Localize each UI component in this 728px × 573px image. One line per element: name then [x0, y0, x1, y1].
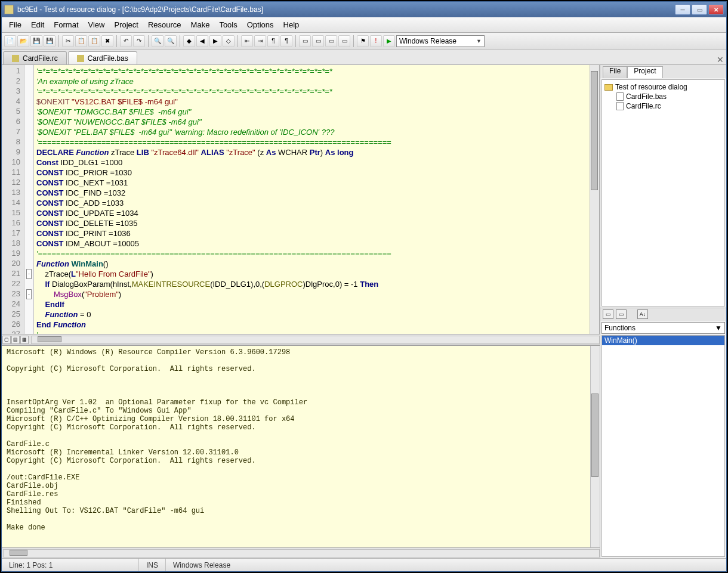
save-all-button[interactable]: 💾	[44, 35, 55, 47]
find-replace-button[interactable]: 🔍	[165, 35, 177, 47]
app-window: bc9Ed - Test of resource dialog - [C:\bc…	[1, 1, 727, 572]
win1-button[interactable]: ▭	[299, 35, 311, 47]
statusbar: Line: 1 Pos: 1 INS Windows Release	[2, 558, 726, 571]
find-button[interactable]: 🔍	[152, 35, 164, 47]
functions-combo[interactable]: Functions ▼	[601, 322, 725, 334]
menubar: FileEditFormatViewProjectResourceMakeToo…	[2, 17, 726, 33]
tree-label: CardFile.bas	[626, 92, 667, 101]
project-tree[interactable]: Test of resource dialog CardFile.bas Car…	[601, 79, 725, 306]
win3-button[interactable]: ▭	[325, 35, 337, 47]
status-config: Windows Release	[166, 559, 237, 571]
minimize-button[interactable]: ─	[675, 4, 690, 15]
delete-button[interactable]: ✖	[101, 35, 113, 47]
menu-edit[interactable]: Edit	[26, 18, 49, 31]
open-button[interactable]: 📂	[17, 35, 29, 47]
side-tab-project[interactable]: Project	[627, 66, 662, 78]
indent-button[interactable]: ⇥	[254, 35, 266, 47]
side-toolbar: ▭ ▭ A↓	[600, 308, 726, 321]
tree-label: Test of resource dialog	[615, 83, 687, 91]
close-tab-button[interactable]: ✕	[715, 55, 725, 64]
comment-button[interactable]: ¶	[267, 35, 279, 47]
editor-vscroll[interactable]	[590, 65, 599, 334]
function-item-selected[interactable]: WinMain()	[602, 336, 724, 345]
close-button[interactable]: ✕	[708, 4, 724, 15]
win2-button[interactable]: ▭	[312, 35, 324, 47]
paste-button[interactable]: 📋	[88, 35, 100, 47]
output-minibar	[2, 547, 600, 558]
copy-button[interactable]: 📋	[75, 35, 87, 47]
titlebar[interactable]: bc9Ed - Test of resource dialog - [C:\bc…	[2, 2, 726, 17]
chevron-down-icon: ▼	[715, 324, 722, 332]
folder-icon	[604, 84, 613, 91]
file-icon	[77, 55, 84, 62]
bookmark-next-button[interactable]: ▶	[209, 35, 221, 47]
file-icon	[616, 92, 624, 101]
output-hscroll[interactable]	[3, 549, 600, 557]
functions-list[interactable]: WinMain()	[601, 335, 725, 557]
new-button[interactable]: 📄	[4, 35, 16, 47]
panel-btn-2[interactable]: ▭	[616, 309, 627, 319]
file-icon	[12, 55, 19, 62]
code-editor[interactable]: '=*=*=*=*=*=*=*=*=*=*=*=*=*=*=*=*=*=*=*=…	[34, 65, 590, 334]
side-tabs: File Project	[600, 65, 726, 78]
flag-button[interactable]: ⚑	[357, 35, 369, 47]
file-tab-cardfile-rc[interactable]: CardFile.rc	[3, 51, 67, 64]
stop-button[interactable]: !	[370, 35, 382, 47]
file-tabbar: CardFile.rc CardFile.bas ✕	[2, 49, 726, 65]
undo-button[interactable]: ↶	[120, 35, 132, 47]
tree-label: CardFile.rc	[626, 102, 661, 110]
tab-label: CardFile.bas	[88, 54, 128, 63]
menu-help[interactable]: Help	[279, 18, 304, 31]
uncomment-button[interactable]: ¶	[280, 35, 292, 47]
tree-root[interactable]: Test of resource dialog	[604, 82, 722, 92]
status-pos: Line: 1 Pos: 1	[2, 559, 139, 571]
bookmark-prev-button[interactable]: ◀	[196, 35, 208, 47]
fold-toggle[interactable]: -	[26, 289, 32, 299]
menu-tools[interactable]: Tools	[214, 18, 242, 31]
file-tab-cardfile-bas[interactable]: CardFile.bas	[68, 51, 137, 64]
menu-resource[interactable]: Resource	[143, 18, 186, 31]
side-panel: File Project Test of resource dialog Car…	[600, 65, 726, 558]
chevron-down-icon: ▼	[476, 38, 482, 44]
view-btn-2[interactable]: ▤	[11, 336, 20, 344]
bookmark-button[interactable]: ◆	[183, 35, 195, 47]
tree-file-rc[interactable]: CardFile.rc	[604, 101, 722, 111]
combo-label: Functions	[604, 324, 636, 332]
view-btn-1[interactable]: ▢	[2, 336, 11, 344]
menu-format[interactable]: Format	[49, 18, 83, 31]
run-button[interactable]: ▶	[383, 35, 395, 47]
outdent-button[interactable]: ⇤	[241, 35, 253, 47]
file-icon	[616, 102, 624, 110]
panel-btn-1[interactable]: ▭	[603, 309, 613, 319]
status-ins: INS	[139, 559, 166, 571]
menu-file[interactable]: File	[4, 18, 26, 31]
win4-button[interactable]: ▭	[338, 35, 350, 47]
sort-button[interactable]: A↓	[637, 309, 648, 319]
save-button[interactable]: 💾	[30, 35, 42, 47]
line-gutter: 1234567891011121314151617181920212223242…	[2, 65, 24, 334]
window-title: bc9Ed - Test of resource dialog - [C:\bc…	[17, 5, 675, 14]
menu-view[interactable]: View	[84, 18, 110, 31]
view-btn-3[interactable]: ▦	[20, 336, 29, 344]
menu-make[interactable]: Make	[186, 18, 215, 31]
tree-file-bas[interactable]: CardFile.bas	[604, 92, 722, 101]
app-icon	[4, 5, 14, 14]
menu-options[interactable]: Options	[242, 18, 279, 31]
cut-button[interactable]: ✂	[62, 35, 74, 47]
output-pane[interactable]: Microsoft (R) Windows (R) Resource Compi…	[2, 346, 590, 547]
fold-toggle[interactable]: -	[26, 269, 32, 279]
fold-column[interactable]: --	[24, 65, 34, 334]
tab-label: CardFile.rc	[23, 54, 58, 63]
side-tab-file[interactable]: File	[603, 66, 627, 78]
menu-project[interactable]: Project	[109, 18, 143, 31]
redo-button[interactable]: ↷	[133, 35, 145, 47]
output-vscroll[interactable]	[590, 346, 600, 547]
toolbar: 📄📂💾💾✂📋📋✖↶↷🔍🔍◆◀▶◇⇤⇥¶¶▭▭▭▭⚑!▶Windows Relea…	[2, 33, 726, 49]
editor-hscroll[interactable]	[31, 336, 600, 344]
config-combo[interactable]: Windows Release▼	[396, 35, 485, 47]
maximize-button[interactable]: ▭	[692, 4, 707, 15]
bookmark-clear-button[interactable]: ◇	[223, 35, 235, 47]
editor-minibar: ▢ ▤ ▦	[2, 334, 600, 345]
